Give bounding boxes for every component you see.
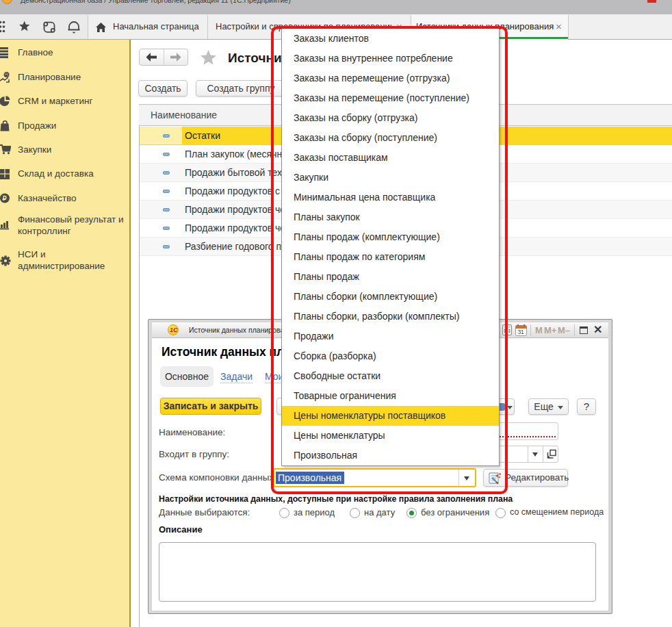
svg-text:₽: ₽ (3, 194, 7, 202)
svg-text:₽: ₽ (5, 73, 8, 77)
svg-text:31: 31 (517, 329, 524, 335)
